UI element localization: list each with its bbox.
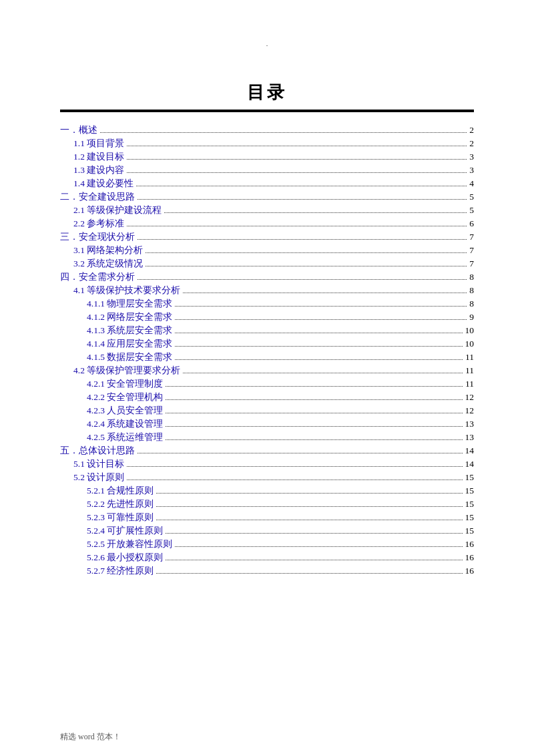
toc-item: 5.2.3 可靠性原则 15: [60, 512, 474, 524]
toc-link[interactable]: 4.2.5 系统运维管理: [87, 432, 163, 442]
toc-link[interactable]: 4.2.4 系统建设管理: [87, 419, 163, 429]
toc-link[interactable]: 4.2.2 安全管理机构: [87, 392, 163, 402]
toc-item: 5.2.7 经济性原则 16: [60, 565, 474, 577]
toc-item: 4.2.5 系统运维管理 13: [60, 431, 474, 443]
toc-link[interactable]: 2.2 参考标准: [73, 218, 124, 228]
toc-page-number: 14: [465, 445, 475, 456]
top-dot: .: [60, 40, 474, 47]
toc-page-number: 2: [469, 138, 474, 149]
toc-link[interactable]: 5.2.4 可扩展性原则: [87, 526, 163, 536]
toc-page-number: 16: [465, 539, 475, 550]
toc-dots: [175, 319, 467, 320]
toc-link[interactable]: 5.2.5 开放兼容性原则: [87, 539, 172, 549]
toc-link[interactable]: 4.2.1 安全管理制度: [87, 379, 163, 389]
toc-dots: [127, 172, 467, 173]
toc-link[interactable]: 4.1.4 应用层安全需求: [87, 339, 172, 349]
toc-item: 5.2.4 可扩展性原则 15: [60, 525, 474, 537]
toc-item: 3.1 网络架构分析 7: [60, 244, 474, 256]
toc-indent: 4.1.5 数据层安全需求: [60, 351, 172, 363]
toc-item: 4.1.5 数据层安全需求 11: [60, 351, 474, 363]
toc-link[interactable]: 三．安全现状分析: [60, 232, 135, 242]
toc-link[interactable]: 4.1.5 数据层安全需求: [87, 352, 172, 362]
toc-page-number: 7: [469, 258, 474, 269]
page-title: 目录: [60, 81, 474, 104]
toc-link[interactable]: 4.2 等级保护管理要求分析: [73, 365, 180, 375]
toc-dots: [175, 546, 462, 547]
toc-link[interactable]: 1.3 建设内容: [73, 165, 124, 175]
toc-dots: [183, 373, 463, 373]
toc-link[interactable]: 2.1 等级保护建设流程: [73, 205, 162, 215]
toc-link[interactable]: 4.1.2 网络层安全需求: [87, 312, 172, 322]
toc-dots: [100, 132, 467, 133]
toc-indent: 4.2 等级保护管理要求分析: [60, 365, 180, 377]
toc-link[interactable]: 5.2.3 可靠性原则: [87, 512, 154, 522]
toc-link[interactable]: 4.1.1 物理层安全需求: [87, 299, 172, 309]
toc-link[interactable]: 4.1 等级保护技术要求分析: [73, 285, 180, 295]
toc-dots: [166, 399, 462, 400]
toc-item: 四．安全需求分析 8: [60, 271, 474, 283]
toc-dots: [127, 480, 462, 480]
toc-dots: [156, 573, 462, 574]
toc-dots: [166, 426, 462, 427]
toc-dots: [138, 239, 467, 240]
toc-dots: [166, 560, 462, 560]
toc-page-number: 15: [465, 512, 475, 523]
toc-link[interactable]: 1.4 建设必要性: [73, 178, 134, 188]
toc-indent: 5.2.3 可靠性原则: [60, 512, 154, 524]
toc-page-number: 13: [465, 419, 475, 429]
toc-indent: 一．概述: [60, 124, 97, 136]
toc-indent: 1.4 建设必要性: [60, 178, 134, 190]
toc-indent: 四．安全需求分析: [60, 271, 135, 283]
toc-link[interactable]: 3.2 系统定级情况: [73, 258, 143, 268]
toc-page-number: 3: [469, 165, 474, 176]
toc-item: 一．概述 2: [60, 124, 474, 136]
toc-indent: 4.1 等级保护技术要求分析: [60, 285, 180, 297]
toc-dots: [127, 159, 467, 160]
toc-indent: 4.2.5 系统运维管理: [60, 431, 163, 443]
page-container: . 目录 一．概述 2 1.1 项目背景 2 1.2 建设目标 3 1.3 建设…: [0, 0, 534, 756]
toc-page-number: 6: [469, 218, 474, 229]
toc-container: 一．概述 2 1.1 项目背景 2 1.2 建设目标 3 1.3 建设内容 3: [60, 124, 474, 577]
toc-link[interactable]: 1.1 项目背景: [73, 138, 124, 148]
toc-link[interactable]: 5.2 设计原则: [73, 472, 124, 482]
toc-item: 5.1 设计目标 14: [60, 458, 474, 470]
toc-link[interactable]: 5.2.1 合规性原则: [87, 486, 154, 496]
toc-link[interactable]: 1.2 建设目标: [73, 152, 124, 162]
toc-indent: 3.2 系统定级情况: [60, 258, 143, 270]
toc-link[interactable]: 五．总体设计思路: [60, 445, 135, 455]
toc-link[interactable]: 一．概述: [60, 125, 97, 135]
toc-page-number: 16: [465, 566, 475, 576]
toc-item: 5.2.1 合规性原则 15: [60, 485, 474, 497]
toc-indent: 4.1.3 系统层安全需求: [60, 325, 172, 337]
toc-page-number: 9: [469, 312, 474, 323]
toc-link[interactable]: 5.2.2 先进性原则: [87, 499, 154, 509]
toc-dots: [166, 439, 462, 440]
toc-link[interactable]: 5.2.6 最小授权原则: [87, 552, 163, 562]
toc-link[interactable]: 5.2.7 经济性原则: [87, 566, 154, 576]
toc-item: 5.2 设计原则 15: [60, 471, 474, 484]
toc-link[interactable]: 4.2.3 人员安全管理: [87, 405, 163, 415]
toc-item: 三．安全现状分析 7: [60, 231, 474, 243]
toc-link[interactable]: 5.1 设计目标: [73, 459, 124, 469]
toc-page-number: 7: [469, 245, 474, 256]
toc-link[interactable]: 4.1.3 系统层安全需求: [87, 325, 172, 335]
toc-indent: 1.3 建设内容: [60, 164, 124, 176]
toc-dots: [156, 506, 462, 507]
toc-item: 4.2.4 系统建设管理 13: [60, 418, 474, 430]
toc-link[interactable]: 3.1 网络架构分析: [73, 245, 143, 255]
toc-page-number: 8: [469, 272, 474, 282]
toc-item: 1.1 项目背景 2: [60, 138, 474, 150]
toc-dots: [138, 199, 467, 200]
toc-dots: [127, 146, 467, 146]
toc-link[interactable]: 二．安全建设思路: [60, 192, 135, 202]
toc-item: 4.1.2 网络层安全需求 9: [60, 311, 474, 323]
toc-page-number: 8: [469, 299, 474, 309]
toc-item: 5.2.5 开放兼容性原则 16: [60, 538, 474, 550]
toc-dots: [146, 252, 467, 253]
toc-link[interactable]: 四．安全需求分析: [60, 272, 135, 282]
toc-page-number: 13: [465, 432, 475, 443]
toc-indent: 二．安全建设思路: [60, 191, 135, 203]
toc-item: 4.2.3 人员安全管理 12: [60, 405, 474, 417]
toc-item: 5.2.6 最小授权原则 16: [60, 552, 474, 564]
toc-indent: 5.2 设计原则: [60, 471, 124, 484]
